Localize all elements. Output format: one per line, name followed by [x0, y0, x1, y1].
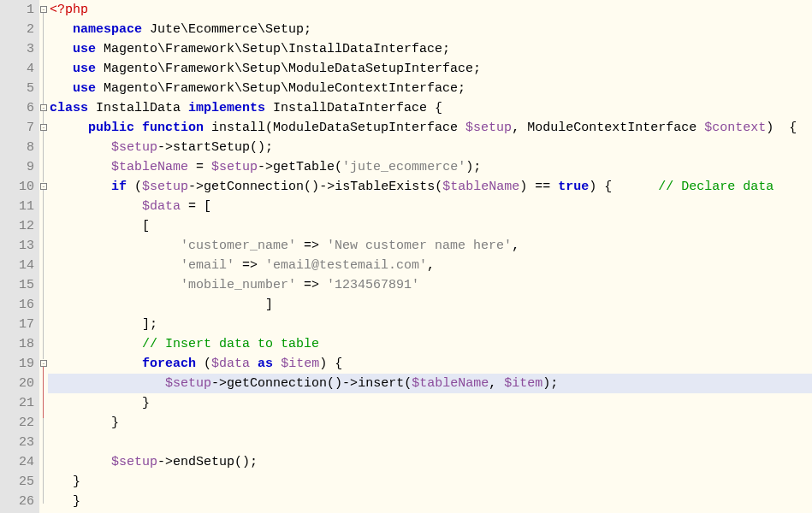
fold-column: - - - - - [39, 0, 48, 513]
code-line-highlighted: $setup->getConnection()->insert($tableNa… [48, 374, 812, 393]
code-line: foreach ($data as $item) { [48, 354, 812, 374]
line-number: 1 [0, 0, 34, 20]
code-line: $data = [ [48, 197, 812, 216]
line-number: 20 [0, 374, 34, 393]
line-number: 11 [0, 197, 34, 216]
code-line: 'email' => 'email@testemail.com', [48, 256, 812, 275]
code-editor[interactable]: <?php namespace Jute\Ecommerce\Setup; us… [48, 0, 812, 513]
code-line: 'customer_name' => 'New customer name he… [48, 236, 812, 256]
line-number: 15 [0, 275, 34, 295]
fold-toggle-icon[interactable]: - [40, 360, 47, 367]
code-line: use Magento\Framework\Setup\ModuleContex… [48, 79, 812, 98]
line-number: 10 [0, 177, 34, 197]
code-line: public function install(ModuleDataSetupI… [48, 118, 812, 138]
code-line: ]; [48, 315, 812, 334]
line-number: 18 [0, 334, 34, 354]
code-line: } [48, 413, 812, 433]
code-line: ] [48, 295, 812, 315]
code-line: if ($setup->getConnection()->isTableExis… [48, 177, 812, 197]
code-line: <?php [48, 0, 812, 20]
line-number: 3 [0, 39, 34, 59]
line-number: 17 [0, 315, 34, 334]
code-line: $setup->endSetup(); [48, 452, 812, 472]
line-number: 21 [0, 393, 34, 413]
line-number: 12 [0, 216, 34, 236]
line-number: 9 [0, 157, 34, 177]
line-number: 26 [0, 492, 34, 511]
line-number: 2 [0, 20, 34, 39]
fold-toggle-icon[interactable]: - [40, 6, 47, 13]
line-number: 8 [0, 138, 34, 157]
code-line: // Insert data to table [48, 334, 812, 354]
line-number: 22 [0, 413, 34, 433]
code-line: use Magento\Framework\Setup\InstallDataI… [48, 39, 812, 59]
code-line: } [48, 492, 812, 511]
code-line [48, 433, 812, 452]
code-line: $tableName = $setup->getTable('jute_ecom… [48, 157, 812, 177]
line-number: 23 [0, 433, 34, 452]
code-line: $setup->startSetup(); [48, 138, 812, 157]
code-line: } [48, 393, 812, 413]
line-number: 16 [0, 295, 34, 315]
line-number-gutter: 1 2 3 4 5 6 7 8 9 10 11 12 13 14 15 16 1… [0, 0, 39, 513]
line-number: 25 [0, 472, 34, 492]
line-number: 7 [0, 118, 34, 138]
code-line: 'mobile_number' => '1234567891' [48, 275, 812, 295]
fold-toggle-icon[interactable]: - [40, 104, 47, 111]
line-number: 4 [0, 59, 34, 79]
code-line: namespace Jute\Ecommerce\Setup; [48, 20, 812, 39]
code-line: use Magento\Framework\Setup\ModuleDataSe… [48, 59, 812, 79]
line-number: 24 [0, 452, 34, 472]
code-line: [ [48, 216, 812, 236]
line-number: 5 [0, 79, 34, 98]
code-line: class InstallData implements InstallData… [48, 98, 812, 118]
fold-toggle-icon[interactable]: - [40, 124, 47, 131]
line-number: 19 [0, 354, 34, 374]
line-number: 14 [0, 256, 34, 275]
fold-toggle-icon[interactable]: - [40, 183, 47, 190]
line-number: 13 [0, 236, 34, 256]
code-line: } [48, 472, 812, 492]
line-number: 6 [0, 98, 34, 118]
